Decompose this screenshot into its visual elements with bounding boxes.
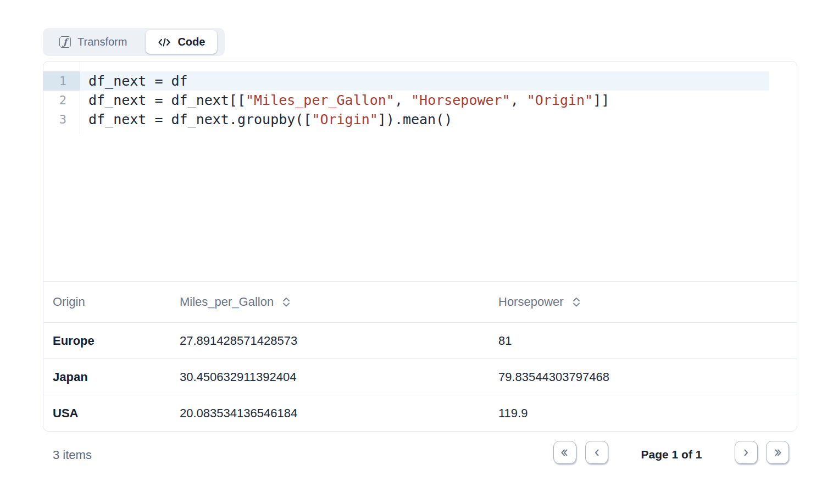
column-label: Horsepower (498, 295, 564, 309)
cell-horsepower: 81 (489, 334, 797, 348)
code-text: ]] (593, 92, 609, 108)
code-text: df_next = df_next.groupby([ (88, 111, 312, 127)
code-line: 2 df_next = df_next[["Miles_per_Gallon",… (43, 91, 797, 110)
dataframe-panel: 1 df_next = df 2 df_next = df_next[["Mil… (43, 61, 797, 432)
sort-updown-icon[interactable] (282, 296, 291, 307)
cell-horsepower: 79.83544303797468 (489, 370, 797, 384)
code-text: , (510, 92, 527, 108)
first-page-button[interactable] (553, 441, 576, 464)
table-row: Europe 27.891428571428573 81 (43, 323, 797, 359)
sort-updown-icon[interactable] (572, 296, 581, 307)
cell-origin: USA (43, 406, 170, 421)
code-line: 3 df_next = df_next.groupby(["Origin"]).… (43, 110, 797, 129)
line-number: 3 (43, 110, 80, 129)
column-header-miles-per-gallon[interactable]: Miles_per_Gallon (170, 295, 489, 309)
column-header-horsepower[interactable]: Horsepower (489, 295, 797, 309)
line-number: 1 (43, 71, 80, 91)
cell-miles-per-gallon: 30.450632911392404 (170, 370, 489, 384)
double-chevron-right-icon (773, 448, 782, 457)
tab-code[interactable]: Code (146, 30, 217, 54)
next-page-button[interactable] (735, 441, 758, 464)
line-number: 2 (43, 91, 80, 110)
column-label: Miles_per_Gallon (180, 295, 274, 309)
code-text: df_next = df (88, 73, 188, 89)
last-page-button[interactable] (766, 441, 789, 464)
cell-origin: Japan (43, 370, 170, 384)
column-label: Origin (53, 295, 85, 309)
tab-transform-label: Transform (77, 36, 127, 48)
tab-code-label: Code (177, 36, 205, 48)
string-token: "Origin" (312, 111, 377, 127)
double-chevron-left-icon (560, 448, 570, 457)
cell-miles-per-gallon: 27.891428571428573 (170, 334, 489, 348)
page-indicator: Page 1 of 1 (640, 448, 703, 461)
tab-transform[interactable]: ƒ Transform (47, 30, 139, 54)
code-text: ]).mean() (378, 111, 452, 127)
cell-horsepower: 119.9 (489, 406, 797, 421)
code-editor[interactable]: 1 df_next = df 2 df_next = df_next[["Mil… (43, 61, 797, 282)
cell-origin: Europe (43, 334, 170, 348)
code-text: df_next = df_next[[ (88, 92, 246, 108)
chevron-left-icon (592, 448, 601, 457)
string-token: "Miles_per_Gallon" (246, 92, 395, 108)
table-header-row: Origin Miles_per_Gallon Horsepower (43, 282, 797, 323)
code-line: 1 df_next = df (43, 71, 797, 91)
string-token: "Horsepower" (411, 92, 510, 108)
code-brackets-icon (158, 37, 171, 48)
items-count: 3 items (53, 448, 92, 462)
previous-page-button[interactable] (585, 441, 608, 464)
function-icon: ƒ (59, 36, 71, 48)
table-row: Japan 30.450632911392404 79.835443037974… (43, 359, 797, 395)
table-row: USA 20.083534136546184 119.9 (43, 395, 797, 432)
column-header-origin: Origin (43, 295, 170, 309)
string-token: "Origin" (527, 92, 593, 108)
view-toggle: ƒ Transform Code (43, 28, 225, 56)
code-text: , (395, 92, 411, 108)
cell-miles-per-gallon: 20.083534136546184 (170, 406, 489, 421)
chevron-right-icon (742, 448, 751, 457)
